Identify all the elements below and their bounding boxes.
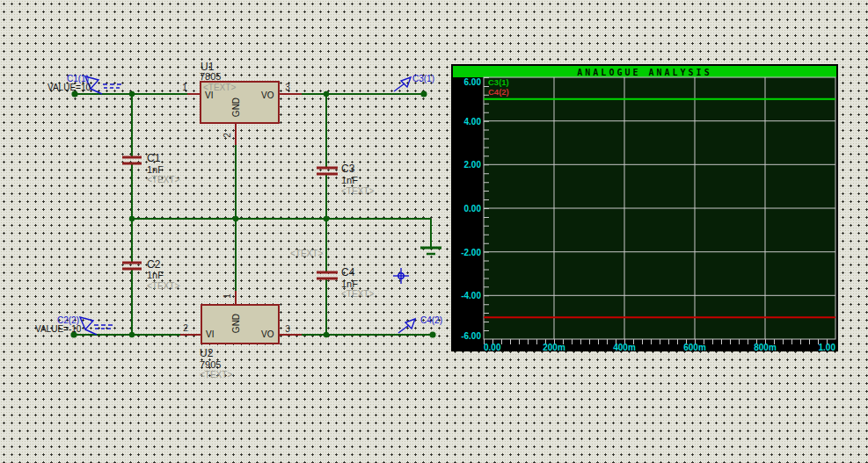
c3-ref: C3 [341, 163, 355, 175]
c2-value: 1nF [147, 270, 164, 280]
probe-c4-label: C4(2) [420, 315, 442, 325]
legend-c3: C3(1) [488, 77, 509, 87]
capacitor-c3[interactable]: C3 1nF <TEXT> [317, 163, 374, 196]
u2-pin-label-gnd: GND [231, 314, 241, 333]
gen-top-value-label: VALUE=10 [47, 83, 91, 92]
u2-pin1-number: 1 [222, 293, 232, 299]
y-tick: -6.00 [461, 331, 481, 341]
u1-pin3-number: 3 [285, 83, 290, 92]
legend-c4: C4(2) [488, 87, 509, 97]
u2-text-prop: <TEXT> [200, 370, 232, 380]
u1-pin1-number: 1 [182, 83, 187, 92]
u1-value: 7805 [200, 71, 221, 82]
junction-dots [70, 90, 435, 337]
trace-legend: C3(1) C4(2) [488, 77, 509, 97]
gen-bottom-value-label: VALUE=-10 [35, 324, 82, 334]
c4-ref: C4 [341, 266, 355, 279]
u2-value: 7905 [200, 359, 221, 370]
component-u2[interactable]: U2 7905 <TEXT> <TEXT> VI VO GND 2 3 1 [183, 249, 323, 380]
x-tick: 400m [613, 343, 636, 351]
c3-text-prop: <TEXT> [341, 186, 374, 196]
y-tick: 0.00 [464, 204, 482, 213]
y-axis-labels: 6.00 4.00 2.00 0.00 -2.00 -4.00 -6.00 [461, 77, 481, 341]
capacitor-c1[interactable]: C1 1nF <TEXT> [122, 152, 179, 184]
x-tick: 0.00 [484, 343, 501, 351]
pin-stubs[interactable] [180, 94, 302, 335]
x-tick: 600m [683, 343, 706, 351]
y-tick: 6.00 [464, 77, 482, 87]
u1-pin-label-vo: VO [261, 90, 274, 100]
c2-text-prop: <TEXT> [147, 281, 179, 291]
probe-c3[interactable] [394, 77, 411, 91]
capacitor-c2[interactable]: C2 1nF <TEXT> [122, 258, 179, 291]
probe-c4[interactable] [398, 319, 415, 333]
wires[interactable] [74, 94, 433, 335]
u2-pin2-number: 2 [183, 323, 188, 333]
y-tick: 4.00 [464, 117, 482, 127]
probe-c3-label: C3(1) [412, 74, 434, 83]
c3-value: 1nF [341, 175, 358, 185]
u1-pin2-number: 2 [222, 133, 232, 138]
u2-pin3-number: 3 [285, 324, 290, 334]
u1-pin-label-gnd: GND [231, 98, 241, 117]
u2-pin-label-vi: VI [206, 329, 214, 339]
u2-ref: U2 [200, 347, 214, 359]
c1-text-prop: <TEXT> [147, 175, 179, 184]
c1-value: 1nF [147, 164, 164, 175]
y-tick: -2.00 [461, 248, 481, 257]
c2-ref: C2 [147, 258, 161, 271]
generator-c1[interactable] [85, 76, 124, 94]
generator-c2[interactable] [80, 317, 115, 335]
analysis-window[interactable]: ANALOGUE ANALYSIS 6.00 4.00 2.00 [451, 64, 838, 351]
u2-pin-label-vo: VO [261, 329, 274, 339]
y-tick: -4.00 [461, 291, 481, 300]
x-tick: 200m [543, 343, 565, 351]
x-tick: 1.00 [819, 343, 836, 351]
generator-flag-icon[interactable] [80, 317, 93, 329]
origin-marker-icon [393, 268, 409, 284]
u2-text-prop2: <TEXT> [290, 249, 323, 258]
ground-symbol[interactable] [420, 248, 441, 254]
y-tick: 2.00 [464, 160, 482, 170]
capacitor-c4[interactable]: C4 1nF <TEXT> [317, 266, 374, 299]
c4-text-prop: <TEXT> [341, 289, 374, 299]
analysis-title: ANALOGUE ANALYSIS [577, 68, 711, 77]
c1-ref: C1 [147, 152, 161, 164]
c4-value: 1nF [341, 279, 358, 289]
u1-pin-label-vi: VI [205, 90, 213, 100]
x-tick: 800m [754, 343, 777, 351]
